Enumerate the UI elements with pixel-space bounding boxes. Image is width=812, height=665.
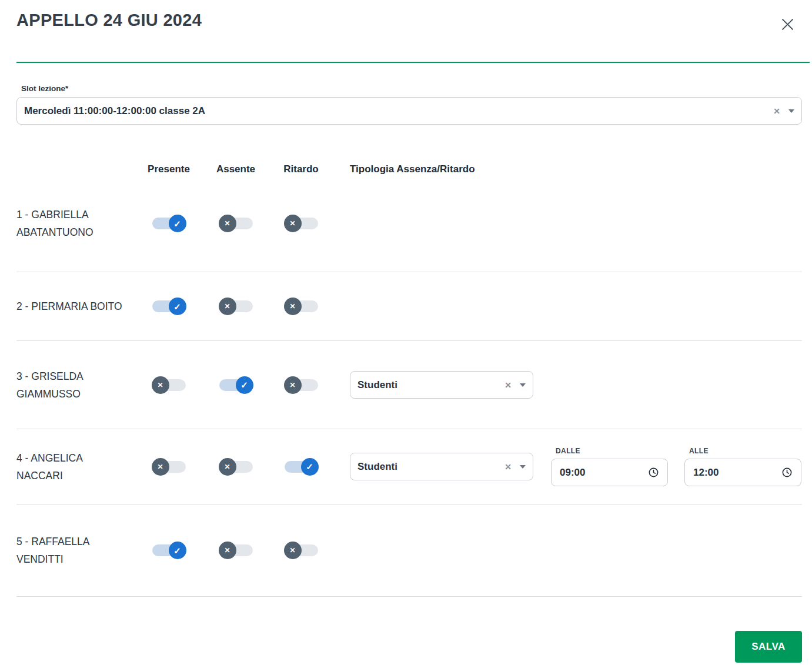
dalle-time-value: 09:00: [560, 467, 585, 479]
cross-icon: ✕: [157, 463, 163, 470]
ritardo-toggle[interactable]: ✓✕: [285, 300, 318, 312]
toggle-knob: ✓✕: [152, 376, 169, 394]
chevron-down-icon[interactable]: [520, 465, 526, 469]
toggle-knob: ✓✕: [219, 215, 236, 232]
header-ritardo: Ritardo: [268, 163, 334, 175]
toggle-knob: ✓✕: [284, 215, 302, 232]
presente-toggle[interactable]: ✓✕: [152, 379, 186, 391]
dalle-label: DALLE: [556, 447, 684, 455]
ritardo-toggle[interactable]: ✓✕: [285, 544, 318, 556]
assente-toggle[interactable]: ✓✕: [219, 379, 253, 391]
toggle-knob: ✓✕: [284, 542, 302, 559]
student-name: 1 - GABRIELLA ABATANTUONO: [16, 206, 134, 241]
alle-label: ALLE: [689, 447, 801, 455]
assente-toggle[interactable]: ✓✕: [219, 218, 253, 229]
tipologia-value: Studenti: [357, 379, 397, 391]
cross-icon: ✕: [157, 382, 163, 389]
presente-toggle[interactable]: ✓✕: [152, 544, 186, 556]
student-name: 4 - ANGELICA NACCARI: [16, 449, 134, 484]
table-row: 5 - RAFFAELLA VENDITTI ✓✕ ✓✕ ✓✕: [16, 504, 802, 597]
alle-time-value: 12:00: [693, 467, 719, 479]
student-name: 3 - GRISELDA GIAMMUSSO: [16, 367, 134, 403]
tipologia-select[interactable]: Studenti ✕: [350, 371, 533, 399]
modal-footer: SALVA: [0, 597, 812, 663]
close-button[interactable]: [776, 13, 799, 36]
chevron-down-icon[interactable]: [788, 109, 794, 113]
assente-toggle[interactable]: ✓✕: [219, 544, 253, 556]
student-name: 5 - RAFFAELLA VENDITTI: [16, 533, 134, 568]
header-tipologia: Tipologia Assenza/Ritardo: [334, 163, 533, 175]
clock-icon[interactable]: [781, 467, 793, 478]
check-icon: ✓: [173, 219, 181, 228]
cross-icon: ✕: [224, 220, 230, 227]
slot-lezione-value: Mercoledì 11:00:00-12:00:00 classe 2A: [24, 105, 205, 117]
close-icon: [780, 16, 796, 32]
check-icon: ✓: [240, 380, 248, 389]
chevron-down-icon[interactable]: [520, 383, 526, 387]
toggle-knob: ✓✕: [169, 215, 186, 232]
assente-toggle[interactable]: ✓✕: [219, 300, 253, 312]
toggle-knob: ✓✕: [284, 376, 302, 394]
toggle-knob: ✓✕: [301, 458, 319, 476]
toggle-knob: ✓✕: [219, 458, 236, 476]
cross-icon: ✕: [289, 303, 295, 310]
presente-toggle[interactable]: ✓✕: [152, 218, 186, 229]
toggle-knob: ✓✕: [169, 542, 186, 559]
presente-toggle[interactable]: ✓✕: [152, 300, 186, 312]
alle-time-input[interactable]: 12:00: [684, 459, 801, 486]
cross-icon: ✕: [224, 303, 230, 310]
modal-header: APPELLO 24 GIU 2024: [0, 0, 812, 36]
table-row: 4 - ANGELICA NACCARI ✓✕ ✓✕ ✓✕: [16, 429, 802, 504]
cross-icon: ✕: [224, 547, 230, 554]
check-icon: ✓: [173, 546, 181, 555]
slot-lezione-label: Slot lezione*: [21, 84, 802, 93]
toggle-knob: ✓✕: [152, 458, 169, 476]
toggle-knob: ✓✕: [236, 376, 253, 394]
toggle-knob: ✓✕: [169, 298, 186, 315]
clear-icon[interactable]: ✕: [504, 463, 512, 471]
cross-icon: ✕: [224, 463, 230, 470]
presente-toggle[interactable]: ✓✕: [152, 461, 186, 473]
clear-icon[interactable]: ✕: [504, 381, 512, 389]
slot-lezione-select[interactable]: Mercoledì 11:00:00-12:00:00 classe 2A ✕: [16, 97, 802, 125]
tipologia-select[interactable]: Studenti ✕: [350, 453, 533, 480]
table-row: 1 - GABRIELLA ABATANTUONO ✓✕ ✓✕ ✓✕: [16, 175, 802, 272]
page-title: APPELLO 24 GIU 2024: [16, 11, 202, 30]
save-button[interactable]: SALVA: [735, 631, 802, 663]
header-assente: Assente: [203, 163, 268, 175]
check-icon: ✓: [173, 302, 181, 311]
cross-icon: ✕: [289, 220, 295, 227]
table-row: 2 - PIERMARIA BOITO ✓✕ ✓✕ ✓✕: [16, 272, 802, 341]
dalle-time-input[interactable]: 09:00: [551, 459, 668, 486]
ritardo-toggle[interactable]: ✓✕: [285, 461, 318, 473]
toggle-knob: ✓✕: [219, 298, 236, 315]
cross-icon: ✕: [289, 547, 295, 554]
cross-icon: ✕: [289, 382, 295, 389]
clock-icon[interactable]: [648, 467, 659, 478]
appello-modal: APPELLO 24 GIU 2024 Slot lezione* Mercol…: [0, 0, 812, 665]
ritardo-toggle[interactable]: ✓✕: [285, 379, 318, 391]
check-icon: ✓: [306, 462, 313, 471]
student-rows: 1 - GABRIELLA ABATANTUONO ✓✕ ✓✕ ✓✕: [16, 175, 802, 597]
toggle-knob: ✓✕: [219, 542, 236, 559]
clear-icon[interactable]: ✕: [773, 107, 780, 115]
toggle-knob: ✓✕: [284, 298, 302, 315]
table-header-row: Presente Assente Ritardo Tipologia Assen…: [16, 160, 802, 175]
header-divider: [16, 62, 810, 63]
modal-body: Slot lezione* Mercoledì 11:00:00-12:00:0…: [0, 84, 812, 597]
tipologia-value: Studenti: [357, 461, 397, 473]
table-row: 3 - GRISELDA GIAMMUSSO ✓✕ ✓✕ ✓✕: [16, 341, 802, 429]
assente-toggle[interactable]: ✓✕: [219, 461, 253, 473]
slot-lezione-field: Slot lezione* Mercoledì 11:00:00-12:00:0…: [16, 84, 802, 125]
header-presente: Presente: [134, 163, 203, 175]
student-name: 2 - PIERMARIA BOITO: [16, 298, 134, 315]
ritardo-toggle[interactable]: ✓✕: [285, 218, 318, 229]
